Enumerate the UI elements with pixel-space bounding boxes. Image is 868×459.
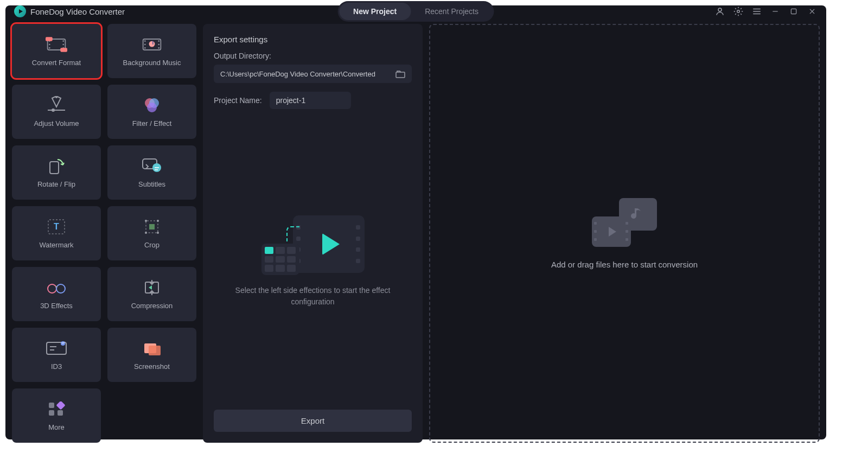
- app-window: FoneDog Video Converter New Project Rece…: [5, 5, 826, 439]
- tool-more[interactable]: More: [12, 388, 101, 443]
- app-title: FoneDog Video Converter: [30, 7, 125, 16]
- tool-label: Filter / Effect: [132, 119, 172, 127]
- tool-label: Adjust Volume: [34, 119, 79, 127]
- drop-illustration: [592, 198, 657, 247]
- svg-rect-2: [791, 9, 796, 14]
- svg-point-7: [62, 40, 64, 42]
- svg-point-8: [62, 43, 64, 45]
- screenshot-icon: [141, 340, 163, 357]
- compression-icon: [141, 279, 163, 296]
- svg-rect-42: [149, 346, 161, 355]
- svg-point-21: [52, 109, 55, 112]
- tool-label: Rotate / Flip: [37, 180, 75, 188]
- svg-rect-25: [50, 162, 59, 174]
- crop-icon: [141, 218, 163, 235]
- menu-icon[interactable]: [751, 6, 762, 17]
- svg-rect-10: [46, 37, 53, 41]
- gear-icon[interactable]: [733, 6, 744, 17]
- logo-section: FoneDog Video Converter: [14, 5, 125, 17]
- svg-rect-45: [49, 410, 54, 416]
- svg-point-37: [56, 284, 65, 293]
- tool-label: Background Music: [123, 59, 181, 67]
- svg-point-18: [158, 47, 159, 49]
- svg-point-20: [55, 96, 58, 98]
- titlebar: FoneDog Video Converter New Project Rece…: [5, 5, 826, 17]
- output-dir-label: Output Directory:: [214, 52, 412, 60]
- svg-point-14: [144, 43, 146, 45]
- output-dir-value: C:\Users\pc\FoneDog Video Converter\Conv…: [220, 70, 375, 78]
- export-button[interactable]: Export: [214, 410, 412, 432]
- tool-label: More: [48, 423, 65, 431]
- tool-label: 3D Effects: [40, 302, 73, 310]
- tool-3d-effects[interactable]: 3D Effects: [12, 267, 101, 321]
- window-controls: [714, 6, 818, 17]
- svg-point-32: [145, 220, 147, 222]
- maximize-button[interactable]: [788, 6, 799, 17]
- export-settings-panel: Export settings Output Directory: C:\Use…: [203, 24, 423, 443]
- tool-label: Watermark: [39, 241, 73, 249]
- file-drop-panel[interactable]: Add or drag files here to start conversi…: [429, 24, 820, 443]
- tool-watermark[interactable]: T Watermark: [12, 206, 101, 260]
- id3-icon: [46, 340, 67, 357]
- svg-point-15: [144, 47, 146, 49]
- svg-point-6: [49, 47, 50, 49]
- watermark-icon: T: [46, 218, 67, 235]
- svg-rect-47: [396, 72, 405, 78]
- tool-filter-effect[interactable]: Filter / Effect: [107, 85, 196, 139]
- tab-recent-projects[interactable]: Recent Projects: [411, 3, 493, 20]
- tool-label: Convert Format: [32, 59, 81, 67]
- svg-rect-43: [49, 403, 54, 408]
- svg-point-24: [147, 103, 157, 112]
- svg-rect-31: [149, 224, 155, 229]
- svg-point-36: [48, 284, 56, 293]
- tool-adjust-volume[interactable]: Adjust Volume: [12, 85, 101, 139]
- tool-id3[interactable]: ID3: [12, 328, 101, 382]
- tool-background-music[interactable]: Background Music: [107, 24, 196, 78]
- user-icon[interactable]: [714, 6, 725, 17]
- svg-point-0: [718, 8, 722, 11]
- tool-subtitles[interactable]: Subtitles: [107, 145, 196, 200]
- svg-point-35: [157, 232, 159, 234]
- tool-label: Compression: [131, 302, 173, 310]
- filter-icon: [141, 97, 163, 114]
- tool-screenshot[interactable]: Screenshot: [107, 328, 196, 382]
- svg-rect-11: [60, 48, 67, 52]
- tool-label: ID3: [51, 362, 62, 371]
- volume-icon: [46, 97, 67, 114]
- tab-new-project[interactable]: New Project: [339, 3, 411, 20]
- close-button[interactable]: [807, 6, 818, 17]
- main-area: Convert Format Background Music Adjust V…: [5, 17, 826, 449]
- svg-rect-46: [58, 410, 63, 416]
- svg-point-34: [145, 232, 147, 234]
- minimize-button[interactable]: [770, 6, 781, 17]
- svg-point-17: [158, 43, 159, 45]
- tool-label: Screenshot: [134, 362, 170, 371]
- svg-rect-44: [56, 401, 65, 410]
- tools-sidebar: Convert Format Background Music Adjust V…: [12, 24, 196, 443]
- output-dir-field[interactable]: C:\Users\pc\FoneDog Video Converter\Conv…: [214, 65, 412, 83]
- effect-illustration: [261, 215, 365, 275]
- browse-folder-icon[interactable]: [395, 69, 405, 78]
- svg-point-1: [737, 10, 740, 13]
- rotate-icon: [46, 157, 67, 175]
- tool-convert-format[interactable]: Convert Format: [12, 24, 101, 78]
- project-tabs: New Project Recent Projects: [337, 1, 494, 22]
- 3d-icon: [46, 279, 67, 296]
- project-name-input[interactable]: [270, 92, 351, 109]
- tool-crop[interactable]: Crop: [107, 206, 196, 260]
- tool-compression[interactable]: Compression: [107, 267, 196, 321]
- tool-label: Subtitles: [138, 180, 165, 188]
- project-name-label: Project Name:: [214, 96, 262, 105]
- project-name-row: Project Name:: [214, 92, 412, 109]
- svg-point-19: [149, 41, 155, 47]
- effect-hint-text: Select the left side effections to start…: [226, 285, 400, 308]
- svg-point-16: [158, 40, 159, 42]
- svg-point-13: [144, 40, 146, 42]
- tool-rotate-flip[interactable]: Rotate / Flip: [12, 145, 101, 200]
- export-title: Export settings: [214, 35, 412, 44]
- tool-label: Crop: [144, 241, 159, 249]
- drop-hint-text: Add or drag files here to start conversi…: [551, 260, 698, 269]
- convert-icon: [46, 36, 67, 53]
- music-icon: [141, 36, 163, 53]
- svg-point-33: [157, 220, 159, 222]
